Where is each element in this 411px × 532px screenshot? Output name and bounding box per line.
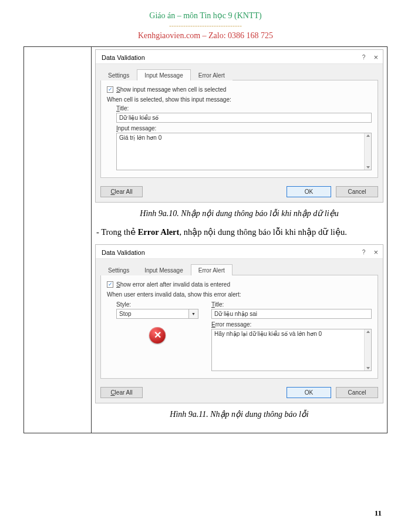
help-icon[interactable]: ? [362,54,366,60]
clear-all-button[interactable]: Clear All [100,186,143,197]
style-select[interactable]: Stop ▼ [116,309,198,319]
panel-subtext: When cell is selected, show this input m… [107,96,372,103]
close-icon[interactable]: × [373,53,378,61]
dialog-titlebar: Data Validation ? × [96,245,383,259]
error-message-textarea[interactable]: Hãy nhập lại dữ liệu kiểu số và lớn hơn … [211,329,372,371]
chevron-down-icon[interactable]: ▼ [189,309,198,319]
scrollbar-vertical[interactable] [364,329,371,371]
doc-subtitle: Kenhgiaovien.com – Zalo: 0386 168 725 [23,31,388,41]
tab-input-message[interactable]: Input Message [137,264,191,275]
tabset: Settings Input Message Error Alert [100,69,378,80]
tab-error-alert[interactable]: Error Alert [191,264,233,275]
dialog-panel: Show input message when cell is selected… [100,80,378,178]
style-label: Style: [116,301,198,308]
cancel-button[interactable]: Cancel [336,186,378,197]
checkbox-label: Show error alert after invalid data is e… [116,281,230,288]
tab-settings[interactable]: Settings [100,264,137,275]
panel-subtext: When user enters invalid data, show this… [107,291,372,298]
data-validation-dialog-error-alert: Data Validation ? × Settings Input Messa… [95,244,383,403]
help-icon[interactable]: ? [362,249,366,255]
tab-error-alert[interactable]: Error Alert [191,69,233,80]
doc-divider: ------------------------------- [23,22,388,30]
content-table: Data Validation ? × Settings Input Messa… [23,46,388,433]
tab-settings[interactable]: Settings [100,69,137,80]
clear-all-button[interactable]: Clear All [100,387,143,398]
ok-button[interactable]: OK [287,186,331,197]
tab-input-message[interactable]: Input Message [137,69,191,80]
style-select-value: Stop [116,309,189,319]
title-label: Title: [116,105,372,112]
left-column-empty [24,47,92,433]
dialog-title-text: Data Validation [102,54,145,61]
dialog-buttons: Clear All OK Cancel [96,183,383,202]
doc-title: Giáo án – môn Tin học 9 (KNTT) [23,11,388,21]
error-message-label: Error message: [211,321,372,328]
body-paragraph: - Trong thẻ Error Alert, nhập nội dung t… [96,225,382,240]
title-input[interactable]: Dữ liệu kiểu số [116,113,372,123]
page-number: 11 [375,509,382,518]
scrollbar-vertical[interactable] [364,133,371,170]
title-input[interactable]: Dữ liệu nhập sai [211,309,372,319]
dialog-panel: Show error alert after invalid data is e… [100,275,378,379]
ok-button[interactable]: OK [287,387,331,398]
data-validation-dialog-input-message: Data Validation ? × Settings Input Messa… [95,49,383,203]
input-message-textarea[interactable]: Giá trị lớn hơn 0 [116,133,372,170]
close-icon[interactable]: × [373,248,378,256]
dialog-titlebar: Data Validation ? × [96,50,383,64]
dialog-buttons: Clear All OK Cancel [96,383,383,403]
figure-caption-9a11: Hình 9a.11. Nhập nội dung thông báo lỗi [95,408,383,421]
stop-error-icon: ✕ [149,327,166,344]
show-input-message-checkbox[interactable] [107,86,113,93]
input-message-label: Input message: [116,125,372,132]
dialog-title-text: Data Validation [102,249,145,256]
figure-caption-9a10: Hình 9a.10. Nhập nội dung thông báo lỗi … [95,207,383,220]
show-error-alert-checkbox[interactable] [107,281,113,288]
document-header: Giáo án – môn Tin học 9 (KNTT) ---------… [23,11,388,41]
right-column: Data Validation ? × Settings Input Messa… [92,47,388,433]
cancel-button[interactable]: Cancel [336,387,378,398]
checkbox-label: Show input message when cell is selected [116,86,226,93]
title-label: Title: [211,301,372,308]
tabset: Settings Input Message Error Alert [100,264,378,275]
